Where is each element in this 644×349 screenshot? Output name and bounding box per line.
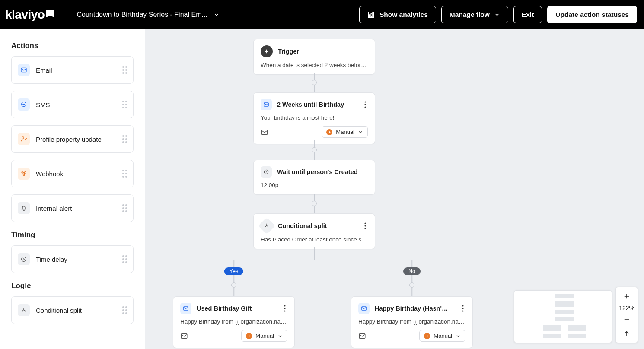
brand-logo-flag-icon [46,10,54,16]
chevron-down-icon [358,130,363,135]
webhook-icon [18,168,30,180]
show-analytics-label: Show analytics [379,11,428,19]
email-icon [180,303,191,314]
node-description: Your birthday is almost here! [261,114,368,121]
flow-title-text: Countdown to Birthday Series - Final Em.… [77,11,207,19]
status-indicator-icon [246,333,252,339]
svg-point-26 [462,308,463,309]
add-step-button[interactable] [409,282,414,288]
node-title: Trigger [278,48,299,55]
connector-line [233,260,234,297]
node-description: Happy Birthday from {{ organization.name… [358,318,465,325]
drag-handle-icon[interactable] [122,101,127,108]
manage-flow-label: Manage flow [450,11,490,19]
zoom-fit-button[interactable] [619,328,634,339]
update-action-statuses-button[interactable]: Update action statuses [547,6,637,23]
add-step-button[interactable] [312,80,317,85]
split-icon [18,304,30,316]
preview-icon[interactable] [358,332,366,340]
node-title: Happy Birthday (Hasn't... [375,305,448,312]
section-title-timing: Timing [11,231,134,239]
connector-line [234,260,412,260]
node-title: 2 Weeks until Birthday [277,101,344,108]
action-card-label: SMS [36,101,50,108]
add-step-button[interactable] [231,282,236,288]
drag-handle-icon[interactable] [122,135,127,143]
zoom-level: 122% [619,305,634,311]
node-email-used-gift[interactable]: Used Birthday Gift Happy Birthday from {… [173,296,295,348]
flow-canvas[interactable]: Trigger When a date is selected 2 weeks … [145,29,644,349]
action-card-time-delay[interactable]: Time delay [11,245,134,273]
action-card-webhook[interactable]: Webhook [11,160,134,187]
svg-point-16 [364,222,366,224]
svg-point-25 [462,305,463,306]
header-actions: Show analytics Manage flow Exit Update a… [359,6,637,23]
manage-flow-button[interactable]: Manage flow [441,6,508,23]
preview-icon[interactable] [180,332,188,340]
add-step-button[interactable] [312,201,317,206]
action-card-internal-alert[interactable]: Internal alert [11,194,134,222]
node-description: Happy Birthday from {{ organization.name… [180,318,287,325]
zoom-out-button[interactable] [619,314,634,325]
show-analytics-button[interactable]: Show analytics [359,6,436,23]
drag-handle-icon[interactable] [122,306,127,314]
exit-button[interactable]: Exit [513,6,542,23]
actions-sidebar: Actions Email SMS Profile property updat… [0,29,145,349]
node-trigger[interactable]: Trigger When a date is selected 2 weeks … [253,39,375,75]
analytics-icon [367,11,375,19]
zoom-in-button[interactable] [619,291,634,302]
drag-handle-icon[interactable] [122,170,127,178]
drag-handle-icon[interactable] [122,255,127,263]
svg-point-5 [22,137,24,139]
action-card-label: Time delay [36,256,67,263]
node-title: Used Birthday Gift [197,305,252,312]
action-card-sms[interactable]: SMS [11,91,134,118]
email-icon [18,64,30,76]
svg-point-17 [364,225,366,226]
svg-point-18 [364,228,366,229]
status-dropdown[interactable]: Manual [419,330,465,342]
minimap[interactable] [514,290,612,343]
clock-icon [261,166,272,178]
chevron-down-icon [214,12,220,18]
chevron-down-icon [494,12,500,18]
node-menu-button[interactable] [282,304,287,313]
chevron-down-icon [277,333,283,339]
branch-label-yes: Yes [224,267,243,275]
node-wait[interactable]: Wait until person's Created 12:00p [253,160,375,195]
action-card-conditional-split[interactable]: Conditional split [11,296,134,324]
connector-line [314,247,315,260]
node-description: Has Placed Order at least once since sta… [261,236,368,243]
action-card-profile-update[interactable]: Profile property update [11,125,134,153]
drag-handle-icon[interactable] [122,66,127,74]
trigger-icon [261,45,273,57]
node-email-happy-birthday[interactable]: Happy Birthday (Hasn't... Happy Birthday… [351,296,473,348]
brand-logo: klaviyo [5,8,54,22]
node-menu-button[interactable] [363,222,368,230]
add-step-button[interactable] [312,147,317,152]
svg-rect-2 [373,13,373,17]
branch-label-no: No [403,267,421,275]
drag-handle-icon[interactable] [122,204,127,212]
node-email-2weeks[interactable]: 2 Weeks until Birthday Your birthday is … [253,92,375,144]
node-menu-button[interactable] [460,304,465,313]
email-icon [358,303,370,314]
email-icon [261,99,272,110]
svg-point-11 [364,101,366,102]
action-card-label: Email [36,67,52,74]
status-dropdown[interactable]: Manual [241,330,287,342]
action-card-email[interactable]: Email [11,56,134,84]
status-label: Manual [434,333,452,339]
preview-icon[interactable] [261,128,268,136]
node-conditional-split[interactable]: Conditional split Has Placed Order at le… [253,213,375,249]
svg-point-27 [462,310,463,311]
node-title: Conditional split [278,222,327,229]
connector-line [411,260,412,297]
status-dropdown[interactable]: Manual [322,126,368,138]
status-label: Manual [255,333,274,339]
app-header: klaviyo Countdown to Birthday Series - F… [0,0,644,29]
section-title-actions: Actions [11,41,134,50]
flow-title-dropdown[interactable]: Countdown to Birthday Series - Final Em.… [77,11,219,19]
exit-label: Exit [522,11,534,19]
node-menu-button[interactable] [363,100,368,109]
